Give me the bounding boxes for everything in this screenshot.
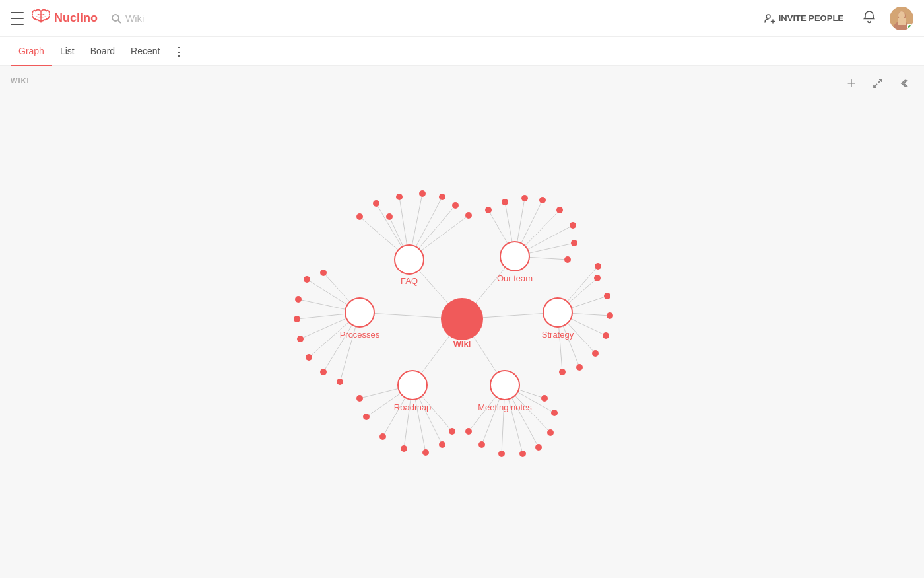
- svg-point-82: [595, 263, 601, 270]
- svg-point-59: [304, 276, 310, 283]
- ourteam-node[interactable]: [500, 242, 529, 271]
- svg-point-76: [604, 293, 610, 299]
- tab-recent[interactable]: Recent: [123, 37, 168, 66]
- svg-point-79: [592, 350, 599, 357]
- svg-point-3: [766, 15, 770, 18]
- svg-point-45: [521, 195, 528, 201]
- svg-point-75: [594, 275, 601, 281]
- invite-people-button[interactable]: INVITE PEOPLE: [759, 11, 849, 26]
- search-label: Wiki: [125, 13, 144, 24]
- svg-rect-10: [898, 18, 906, 25]
- wiki-center-label: Wiki: [453, 339, 471, 349]
- svg-point-110: [547, 429, 554, 436]
- svg-point-46: [539, 197, 546, 203]
- meetingnotes-label: Meeting notes: [478, 402, 532, 412]
- roadmap-label: Roadmap: [394, 402, 431, 412]
- svg-point-27: [356, 213, 363, 220]
- avatar[interactable]: [890, 7, 913, 30]
- svg-point-66: [320, 270, 327, 276]
- svg-point-50: [564, 256, 571, 263]
- notification-bell-icon[interactable]: [862, 9, 876, 27]
- logo[interactable]: Nuclino: [32, 9, 98, 28]
- svg-point-63: [306, 354, 312, 361]
- wiki-center-node[interactable]: [441, 298, 483, 340]
- svg-point-94: [422, 449, 429, 456]
- svg-point-47: [556, 207, 563, 213]
- svg-point-28: [373, 200, 380, 207]
- svg-point-77: [607, 312, 613, 319]
- meetingnotes-node[interactable]: [490, 371, 519, 400]
- svg-point-92: [380, 433, 386, 440]
- search-icon: [111, 13, 121, 24]
- tab-board[interactable]: Board: [82, 37, 123, 66]
- strategy-node[interactable]: [543, 298, 572, 327]
- tab-graph[interactable]: Graph: [11, 37, 52, 66]
- svg-point-31: [439, 194, 446, 200]
- svg-point-65: [337, 379, 343, 385]
- faq-node[interactable]: [395, 245, 424, 274]
- strategy-label: Strategy: [542, 330, 574, 340]
- processes-label: Processes: [340, 330, 380, 340]
- svg-point-108: [519, 451, 526, 457]
- svg-point-91: [363, 414, 370, 420]
- roadmap-node[interactable]: [398, 371, 427, 400]
- svg-point-43: [485, 207, 492, 213]
- svg-point-111: [551, 410, 558, 416]
- svg-point-106: [478, 441, 485, 448]
- search-area[interactable]: Wiki: [111, 13, 144, 24]
- svg-point-107: [498, 451, 505, 457]
- svg-point-81: [559, 369, 566, 375]
- svg-point-9: [898, 11, 905, 19]
- ourteam-label: Our team: [497, 273, 533, 283]
- svg-point-32: [452, 202, 459, 209]
- svg-point-78: [603, 332, 609, 339]
- svg-point-0: [40, 20, 42, 22]
- svg-point-60: [295, 296, 302, 303]
- svg-point-44: [502, 199, 508, 205]
- header: Nuclino Wiki INVITE PEOPLE: [0, 0, 924, 37]
- processes-node[interactable]: [345, 298, 374, 327]
- svg-point-90: [356, 395, 363, 402]
- more-options-button[interactable]: ⋮: [168, 37, 191, 66]
- nav-tabs: Graph List Board Recent ⋮: [0, 37, 924, 66]
- svg-point-93: [401, 445, 407, 452]
- graph-svg: .edge { stroke: #ccc; stroke-width: 1; }…: [165, 108, 759, 537]
- svg-point-1: [112, 15, 119, 21]
- svg-point-64: [320, 369, 327, 375]
- svg-point-49: [571, 240, 578, 246]
- svg-point-96: [449, 428, 455, 435]
- invite-icon: [764, 13, 775, 24]
- svg-point-112: [541, 395, 548, 402]
- faq-label: FAQ: [401, 276, 418, 286]
- tab-list[interactable]: List: [52, 37, 82, 66]
- svg-point-48: [570, 222, 576, 229]
- svg-line-2: [118, 20, 121, 23]
- svg-point-105: [465, 428, 472, 435]
- online-status-dot: [907, 24, 913, 30]
- svg-point-29: [396, 194, 403, 200]
- svg-point-61: [294, 316, 300, 322]
- logo-label: Nuclino: [54, 11, 98, 25]
- graph-canvas: .edge { stroke: #ccc; stroke-width: 1; }…: [0, 66, 924, 578]
- svg-point-62: [297, 336, 304, 342]
- header-right: INVITE PEOPLE: [759, 7, 913, 30]
- svg-point-80: [576, 364, 583, 371]
- svg-point-34: [386, 213, 393, 220]
- svg-point-109: [535, 444, 542, 451]
- content-area: WIKI + .edge { stroke: #ccc; stroke-widt…: [0, 66, 924, 578]
- svg-point-95: [439, 441, 446, 448]
- svg-point-33: [465, 212, 472, 219]
- brain-icon: [32, 9, 50, 28]
- svg-point-30: [419, 190, 426, 197]
- menu-icon[interactable]: [11, 12, 24, 25]
